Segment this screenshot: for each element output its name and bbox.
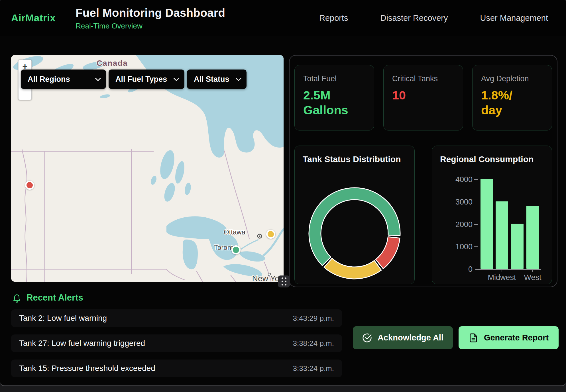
tank-marker-critical[interactable] <box>25 181 34 190</box>
app-logo: AirMatrix <box>11 12 56 24</box>
alert-row-tank15[interactable]: Tank 15: Pressure threshold exceeded 3:3… <box>11 360 342 377</box>
y-tick-mark <box>474 202 478 202</box>
check-circle-icon <box>362 333 372 343</box>
bar-region-1 <box>481 179 493 269</box>
tank-status-chart-card: Tank Status Distribution <box>294 146 415 284</box>
recent-alerts-title: Recent Alerts <box>27 293 83 303</box>
map-resize-handle[interactable] <box>278 275 290 287</box>
bar-chart-title: Regional Consumption <box>440 154 534 164</box>
stat-card-critical-tanks: Critical Tanks 10 <box>383 65 463 130</box>
alert-text: Tank 27: Low fuel warning triggered <box>19 339 145 348</box>
alert-time: 3:43:29 p.m. <box>293 314 334 323</box>
stat-label: Total Fuel <box>303 74 365 83</box>
title-block: Fuel Monitoring Dashboard Real-Time Over… <box>76 5 225 30</box>
y-tick-mark <box>474 179 478 180</box>
tank-status-donut-chart <box>295 174 415 283</box>
nav-item-user-management[interactable]: User Management <box>480 13 548 23</box>
tank-marker-normal[interactable] <box>231 245 241 254</box>
nav-item-reports[interactable]: Reports <box>319 13 348 23</box>
y-tick-label: 4000 <box>441 175 473 184</box>
nav-item-disaster-recovery[interactable]: Disaster Recovery <box>380 13 448 23</box>
map-filters: All Regions All Fuel Types All Status <box>21 70 247 89</box>
donut-segment-warning <box>324 258 381 279</box>
regional-consumption-chart-card: Regional Consumption 4000 3000 2000 1000… <box>432 146 552 284</box>
alert-time: 3:38:24 p.m. <box>293 339 334 348</box>
report-document-icon <box>469 333 478 343</box>
chevron-down-icon <box>95 75 101 81</box>
dashboard-window: AirMatrix Fuel Monitoring Dashboard Real… <box>0 0 566 386</box>
bar-region-midwest <box>496 201 508 269</box>
fuel-type-filter-select[interactable]: All Fuel Types <box>109 70 184 89</box>
acknowledge-all-button[interactable]: Acknowledge All <box>353 326 453 349</box>
metrics-panel: Total Fuel 2.5M Gallons Critical Tanks 1… <box>289 55 557 287</box>
alert-row-tank2[interactable]: Tank 2: Low fuel warning 3:43:29 p.m. <box>11 309 342 327</box>
donut-segment-critical <box>376 237 400 269</box>
y-axis <box>478 179 478 270</box>
stat-card-total-fuel: Total Fuel 2.5M Gallons <box>294 65 374 130</box>
tank-marker-warning[interactable] <box>266 230 275 239</box>
page-title: Fuel Monitoring Dashboard <box>76 7 225 19</box>
fuel-type-filter-value: All Fuel Types <box>115 75 167 84</box>
chevron-down-icon <box>174 75 179 81</box>
alert-text: Tank 2: Low fuel warning <box>19 314 107 323</box>
alert-row-tank27[interactable]: Tank 27: Low fuel warning triggered 3:38… <box>11 334 342 352</box>
stat-card-avg-depletion: Avg Depletion 1.8%/ day <box>472 65 552 130</box>
recent-alerts-heading: Recent Alerts <box>12 293 83 303</box>
x-tick-label-west: West <box>510 273 555 282</box>
alert-time: 3:33:24 p.m. <box>293 364 334 373</box>
generate-report-button[interactable]: Generate Report <box>459 326 559 349</box>
region-filter-value: All Regions <box>28 75 70 84</box>
page-subtitle: Real-Time Overview <box>76 22 225 30</box>
x-axis <box>475 269 541 270</box>
status-filter-select[interactable]: All Status <box>187 70 247 89</box>
y-tick-label: 0 <box>441 265 473 274</box>
stat-value-total-fuel: 2.5M Gallons <box>303 88 365 118</box>
stat-value-avg-depletion: 1.8%/ day <box>481 88 543 118</box>
y-tick-mark <box>474 224 478 225</box>
stat-label: Critical Tanks <box>392 74 454 83</box>
x-tick-mark <box>532 270 533 272</box>
bar-region-west <box>526 206 539 269</box>
bell-icon <box>12 293 21 303</box>
alert-text: Tank 15: Pressure threshold exceeded <box>19 364 155 373</box>
main-nav: Reports Disaster Recovery User Managemen… <box>319 13 548 23</box>
y-tick-label: 3000 <box>441 197 473 206</box>
map-label-canada: Canada <box>97 59 128 68</box>
donut-chart-title: Tank Status Distribution <box>303 154 401 164</box>
bar-region-3 <box>511 224 524 269</box>
fuel-map[interactable]: Canada Ottawa Toronto New York + − All R… <box>11 55 284 282</box>
generate-report-label: Generate Report <box>484 333 549 342</box>
stat-label: Avg Depletion <box>481 74 543 83</box>
acknowledge-all-label: Acknowledge All <box>378 333 443 342</box>
y-tick-mark <box>474 246 478 247</box>
stats-row: Total Fuel 2.5M Gallons Critical Tanks 1… <box>294 65 552 130</box>
y-tick-label: 1000 <box>441 242 473 251</box>
x-tick-mark <box>502 270 502 272</box>
header: AirMatrix Fuel Monitoring Dashboard Real… <box>0 0 566 36</box>
map-canvas: Canada Ottawa Toronto New York <box>11 55 284 282</box>
y-tick-label: 2000 <box>441 220 473 229</box>
region-filter-select[interactable]: All Regions <box>21 70 106 89</box>
charts-row: Tank Status Distribution Regional Consum… <box>294 146 552 284</box>
map-label-ottawa: Ottawa <box>224 228 246 236</box>
chevron-down-icon <box>236 75 241 81</box>
stat-value-critical-tanks: 10 <box>392 88 454 103</box>
status-filter-value: All Status <box>194 75 229 84</box>
